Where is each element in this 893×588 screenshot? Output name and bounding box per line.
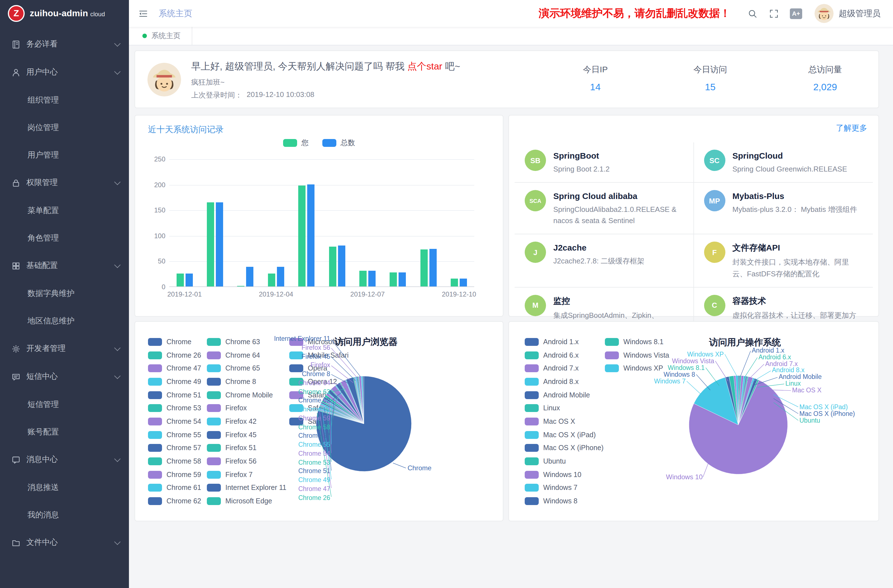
fullscreen-icon[interactable] (768, 8, 779, 19)
legend-item[interactable]: Chrome 62 (148, 495, 207, 508)
bar (421, 250, 428, 286)
browser-pie-labels-left: Internet Explorer 11Firefox 56Firefox 45… (216, 335, 330, 501)
browser-chart-title: 访问用户浏览器 (321, 336, 411, 348)
legend-item[interactable]: Windows 8.1 (605, 335, 683, 348)
tech-item-title: 文件存储API (732, 243, 863, 254)
legend-item[interactable]: Chrome 54 (148, 415, 207, 428)
sidebar-subitem[interactable]: 我的消息 (0, 501, 129, 529)
pie-callout-label: Mac OS X (iPhone) (799, 410, 855, 417)
legend-item[interactable]: Windows 10 (525, 468, 605, 481)
sidebar-subitem[interactable]: 消息推送 (0, 474, 129, 501)
legend-item[interactable]: Chrome 57 (148, 441, 207, 454)
os-chart-title: 访问用户操作系统 (700, 337, 790, 349)
chevron-down-icon (114, 68, 121, 75)
font-size-icon[interactable]: A+ (790, 8, 802, 19)
legend-label: 您 (301, 138, 308, 148)
legend-item[interactable]: Android 7.x (525, 362, 605, 375)
legend-item[interactable]: Chrome 55 (148, 428, 207, 441)
breadcrumb[interactable]: 系统主页 (159, 8, 192, 19)
mood-text: 疯狂加班~ (191, 77, 224, 87)
sidebar-collapse-icon[interactable] (138, 8, 149, 19)
legend-item[interactable]: Android 6.x (525, 348, 605, 362)
legend-swatch (525, 338, 539, 346)
folder-icon (11, 538, 21, 547)
legend-item[interactable]: Chrome 58 (148, 454, 207, 468)
sidebar-item-2[interactable]: 权限管理 (0, 169, 129, 197)
tech-badge: M (525, 295, 546, 316)
sidebar-subitem[interactable]: 组织管理 (0, 86, 129, 114)
legend-item[interactable]: Linux (525, 402, 605, 415)
sidebar-subitem[interactable]: 地区信息维护 (0, 307, 129, 335)
legend-item[interactable]: Chrome 49 (148, 375, 207, 388)
legend-item[interactable]: Chrome (148, 335, 207, 348)
sidebar-item-7[interactable]: 文件中心 (0, 529, 129, 556)
legend-label: Chrome 47 (167, 364, 201, 372)
app-logo[interactable]: Z zuihou-admincloud (0, 0, 129, 27)
sidebar-subitem[interactable]: 角色管理 (0, 224, 129, 252)
legend-label: Mac OS X (iPad) (543, 431, 596, 439)
legend-item[interactable]: Chrome 51 (148, 388, 207, 402)
visit-chart-legend: 您总数 (135, 138, 503, 148)
legend-swatch (283, 139, 297, 147)
star-link[interactable]: 点个star (407, 61, 442, 72)
tech-item-desc: Spring Boot 2.1.2 (553, 164, 610, 175)
legend-item[interactable]: Mac OS X (525, 415, 605, 428)
legend-item[interactable]: Ubuntu (525, 454, 605, 468)
last-login-label: 上次登录时间： (191, 90, 242, 100)
sidebar-subitem[interactable]: 数据字典维护 (0, 280, 129, 307)
sidebar-item-3[interactable]: 基础配置 (0, 252, 129, 280)
legend-item[interactable]: Mac OS X (iPhone) (525, 441, 605, 454)
stat-block: 今日IP14 (545, 65, 646, 93)
legend-item[interactable]: Windows 7 (525, 481, 605, 495)
legend-item[interactable]: Android 8.x (525, 375, 605, 388)
legend-item[interactable]: Chrome 26 (148, 348, 207, 362)
sidebar-item-4[interactable]: 开发者管理 (0, 335, 129, 362)
sidebar-item-label: 消息中心 (26, 454, 58, 465)
tech-item-title: 容器技术 (732, 296, 863, 306)
legend-item[interactable]: Windows 8 (525, 495, 605, 508)
legend-item[interactable]: Chrome 47 (148, 362, 207, 375)
legend-swatch (525, 364, 539, 372)
legend-item[interactable]: Android Mobile (525, 388, 605, 402)
visit-chart-title: 近十天系统访问记录 (148, 125, 224, 135)
os-pie-label-windows10: Windows 10 (666, 473, 703, 481)
legend-item[interactable]: Chrome 61 (148, 481, 207, 495)
pie-callout-label: Chrome 54 (298, 450, 330, 457)
search-icon[interactable] (747, 8, 758, 19)
legend-item[interactable]: 总数 (322, 138, 355, 148)
tech-item-title: SpringCloud (732, 151, 847, 160)
chevron-down-icon (114, 539, 121, 545)
sidebar-item-1[interactable]: 用户中心 (0, 58, 129, 86)
learn-more-link[interactable]: 了解更多 (836, 123, 867, 134)
legend-swatch (525, 405, 539, 412)
legend-item[interactable]: Chrome 59 (148, 468, 207, 481)
sidebar-item-5[interactable]: 短信中心 (0, 362, 129, 391)
pie-callout-label: Chrome 8 (302, 370, 330, 377)
legend-item[interactable]: 您 (283, 138, 308, 148)
sidebar-subitem[interactable]: 短信管理 (0, 391, 129, 418)
tech-badge: J (525, 242, 546, 263)
legend-swatch (605, 364, 619, 372)
sidebar-subitem-label: 用户管理 (27, 150, 59, 160)
tab-home[interactable]: 系统主页 (135, 27, 192, 45)
bar-group (413, 159, 444, 286)
sidebar-subitem[interactable]: 用户管理 (0, 141, 129, 169)
bar (460, 279, 467, 286)
username[interactable]: 超级管理员 (839, 8, 881, 19)
pie-callout-label: Chrome 64 (298, 379, 330, 386)
y-axis-label: 100 (143, 232, 165, 240)
legend-item[interactable]: Android 1.x (525, 335, 605, 348)
sidebar-subitem[interactable]: 岗位管理 (0, 114, 129, 141)
sidebar-item-6[interactable]: 消息中心 (0, 446, 129, 474)
legend-item[interactable]: Mac OS X (iPad) (525, 428, 605, 441)
sidebar-item-0[interactable]: 务必详看 (0, 30, 129, 58)
sidebar-subitem[interactable]: 菜单配置 (0, 197, 129, 224)
legend-label: Chrome 53 (167, 405, 201, 412)
sidebar-subitem[interactable]: 账号配置 (0, 418, 129, 446)
os-chart-card: Android 1.xAndroid 6.xAndroid 7.xAndroid… (508, 321, 879, 521)
pie-callout-label: Android 8.x (772, 367, 822, 374)
legend-item[interactable]: Chrome 53 (148, 402, 207, 415)
bar (185, 274, 192, 286)
avatar[interactable] (815, 4, 834, 23)
bar-group (352, 159, 383, 286)
